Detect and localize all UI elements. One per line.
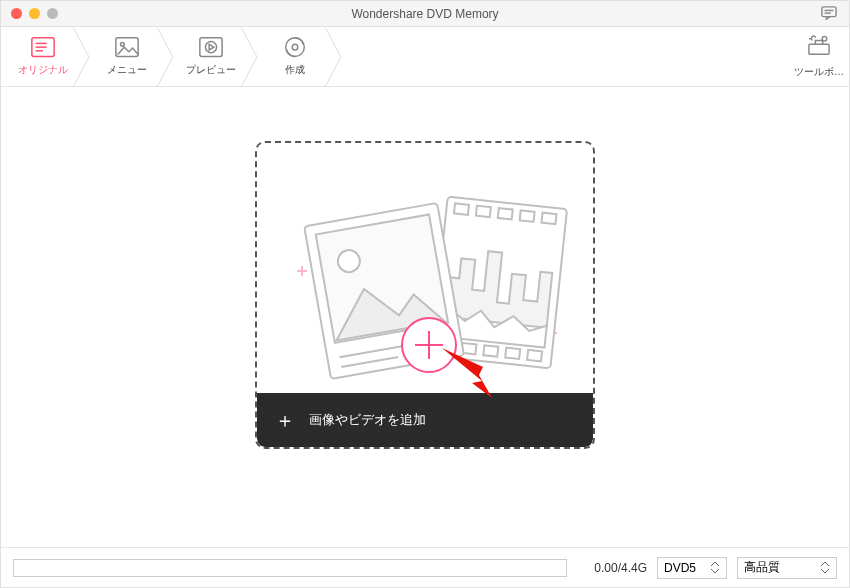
step-menu[interactable]: メニュー	[85, 27, 169, 86]
plus-icon: ＋	[275, 410, 295, 430]
select-caret-icon	[820, 560, 832, 576]
step-preview-label: プレビュー	[186, 63, 236, 77]
toolbox-icon	[806, 35, 832, 61]
titlebar: Wondershare DVD Memory	[1, 1, 849, 27]
feedback-icon[interactable]	[821, 6, 837, 20]
step-original-label: オリジナル	[18, 63, 68, 77]
step-create-label: 作成	[285, 63, 305, 77]
window-controls	[1, 8, 58, 19]
add-media-button[interactable]: ＋ 画像やビデオを追加	[257, 393, 593, 447]
minimize-window-button[interactable]	[29, 8, 40, 19]
original-icon	[30, 37, 56, 59]
zoom-window-button[interactable]	[47, 8, 58, 19]
select-caret-icon	[710, 560, 722, 576]
svg-point-12	[292, 45, 298, 51]
add-media-label: 画像やビデオを追加	[309, 411, 426, 429]
toolbox-button[interactable]: ツールボ…	[789, 27, 849, 86]
step-preview[interactable]: プレビュー	[169, 27, 253, 86]
quality-select[interactable]: 高品質	[737, 557, 837, 579]
toolbox-label: ツールボ…	[794, 65, 844, 79]
bottom-bar: 0.00/4.4G DVD5 高品質	[1, 547, 849, 587]
drop-illustration	[257, 143, 593, 393]
svg-point-14	[822, 36, 827, 41]
disc-type-select[interactable]: DVD5	[657, 557, 727, 579]
step-original[interactable]: オリジナル	[1, 27, 85, 86]
svg-point-8	[121, 43, 125, 47]
preview-icon	[198, 37, 224, 59]
step-create[interactable]: 作成	[253, 27, 337, 86]
window-title: Wondershare DVD Memory	[1, 7, 849, 21]
capacity-progress-bar	[13, 559, 567, 577]
drop-card[interactable]: ＋ 画像やビデオを追加	[255, 141, 595, 449]
step-menu-label: メニュー	[107, 63, 147, 77]
disc-type-value: DVD5	[664, 561, 696, 575]
close-window-button[interactable]	[11, 8, 22, 19]
capacity-meter: 0.00/4.4G	[13, 559, 647, 577]
create-icon	[282, 37, 308, 59]
quality-value: 高品質	[744, 559, 780, 576]
capacity-text: 0.00/4.4G	[577, 561, 647, 575]
svg-rect-0	[822, 7, 836, 17]
content-area: ＋ 画像やビデオを追加	[1, 87, 849, 547]
step-toolbar: オリジナル メニュー プレビュー 作成 ツールボ…	[1, 27, 849, 87]
svg-rect-9	[200, 38, 222, 57]
menu-icon	[114, 37, 140, 59]
svg-rect-13	[809, 44, 829, 54]
